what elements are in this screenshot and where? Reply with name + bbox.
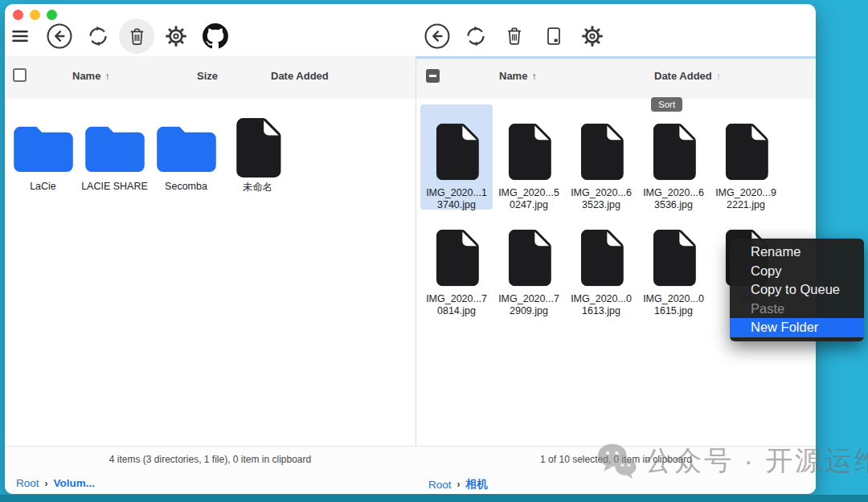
column-size-label: Size — [197, 70, 218, 82]
menu-item-new-folder[interactable]: New Folder — [730, 318, 864, 337]
breadcrumb-right: Root › 相机 — [428, 477, 488, 492]
breadcrumb-current[interactable]: 相机 — [466, 477, 488, 492]
file-icon — [579, 123, 624, 181]
file-icon — [652, 229, 696, 287]
grid-item-file[interactable]: IMG_2020...13740.jpg — [420, 104, 493, 210]
item-label: IMG_2020...5 — [498, 187, 559, 198]
menu-item-paste: Paste — [730, 300, 864, 319]
column-date-added-right[interactable]: Date Added↑ — [654, 70, 721, 82]
device-icon — [542, 25, 565, 47]
breadcrumb-left: Root › Volum... — [16, 477, 95, 489]
list-item-file[interactable]: 未命名 — [222, 115, 293, 208]
chevron-right-icon: › — [457, 479, 461, 490]
grid-item-file[interactable]: IMG_2020...70814.jpg — [420, 210, 493, 316]
left-pane-header: Name↑ Size Date Added — [5, 56, 416, 99]
grid-item-file[interactable]: IMG_2020...50247.jpg — [493, 104, 565, 210]
chevron-right-icon: › — [45, 478, 48, 489]
item-label: 2909.jpg — [510, 305, 548, 316]
settings-button-right[interactable] — [580, 24, 604, 48]
right-pane-header: Name↑ Date Added↑ — [416, 56, 816, 99]
window-controls — [13, 10, 57, 20]
github-button[interactable] — [203, 23, 228, 49]
select-all-checkbox-left[interactable] — [13, 68, 27, 82]
item-label: 2221.jpg — [727, 199, 765, 210]
list-item-folder[interactable]: Secomba — [150, 115, 222, 208]
sort-ascending-icon: ↑ — [104, 70, 110, 82]
breadcrumb-root[interactable]: Root — [16, 477, 39, 489]
select-all-checkbox-right[interactable] — [426, 69, 440, 83]
folder-icon — [157, 124, 216, 172]
minimize-window-button[interactable] — [30, 10, 40, 20]
zoom-window-button[interactable] — [47, 10, 57, 20]
item-label: 0247.jpg — [510, 199, 548, 210]
grid-item-file[interactable]: IMG_2020...63536.jpg — [637, 104, 710, 210]
back-icon — [46, 22, 73, 50]
refresh-icon — [464, 24, 488, 48]
menu-item-rename[interactable]: Rename — [730, 243, 864, 262]
file-icon — [507, 229, 551, 287]
status-text-right: 1 of 10 selected, 0 item in clipboard — [416, 454, 816, 465]
status-text-left: 4 items (3 directories, 1 file), 0 item … — [5, 454, 416, 465]
item-label: IMG_2020...6 — [643, 187, 704, 198]
trash-button-right[interactable] — [503, 25, 526, 47]
back-button-left[interactable] — [46, 22, 73, 50]
item-label: LACIE SHARE — [81, 181, 148, 192]
menu-item-copy[interactable]: Copy — [730, 262, 864, 281]
item-label: LaCie — [30, 181, 56, 192]
column-name-right[interactable]: Name↑ — [499, 70, 537, 82]
file-icon — [435, 123, 479, 181]
status-bar: 4 items (3 directories, 1 file), 0 item … — [5, 446, 816, 494]
breadcrumb-current[interactable]: Volum... — [54, 477, 96, 489]
settings-icon — [164, 24, 188, 48]
item-label: IMG_2020...7 — [498, 293, 559, 304]
sort-ascending-icon: ↑ — [716, 70, 722, 82]
list-item-folder[interactable]: LaCie — [7, 115, 79, 208]
breadcrumb-root[interactable]: Root — [428, 479, 452, 491]
column-size[interactable]: Size — [197, 70, 218, 82]
refresh-icon — [86, 24, 110, 48]
refresh-button-right[interactable] — [464, 24, 488, 48]
item-label: IMG_2020...0 — [571, 293, 632, 304]
column-name-label: Name — [499, 70, 527, 82]
trash-hover-halo — [119, 18, 154, 54]
column-date-label: Date Added — [271, 70, 329, 82]
file-icon — [652, 123, 696, 181]
menu-item-copy-to-queue[interactable]: Copy to Queue — [730, 280, 864, 300]
device-button[interactable] — [542, 25, 565, 47]
menu-icon — [10, 26, 31, 47]
list-item-folder[interactable]: LACIE SHARE — [79, 115, 150, 208]
sort-tooltip: Sort — [651, 97, 682, 112]
item-label: 1615.jpg — [654, 305, 693, 316]
refresh-button-left[interactable] — [86, 24, 110, 48]
grid-item-file[interactable]: IMG_2020...72909.jpg — [493, 210, 565, 316]
grid-item-file[interactable]: IMG_2020...01613.jpg — [565, 210, 637, 316]
item-label: IMG_2020...9 — [715, 187, 776, 198]
desktop-edge — [0, 495, 868, 502]
item-label: 1613.jpg — [582, 305, 620, 316]
file-icon — [507, 123, 551, 181]
grid-item-file[interactable]: IMG_2020...01615.jpg — [637, 210, 710, 316]
github-icon — [203, 23, 228, 49]
file-icon — [435, 229, 479, 287]
item-label: IMG_2020...7 — [426, 293, 487, 304]
column-date-added-left[interactable]: Date Added — [271, 70, 329, 82]
close-window-button[interactable] — [13, 10, 23, 20]
item-label: IMG_2020...1 — [426, 187, 487, 198]
grid-item-file[interactable]: IMG_2020...63523.jpg — [565, 104, 637, 210]
column-name-left[interactable]: Name↑ — [72, 70, 110, 82]
trash-icon — [126, 26, 148, 47]
grid-item-file[interactable]: IMG_2020...92221.jpg — [710, 104, 782, 210]
back-icon — [424, 22, 451, 50]
item-label: 3536.jpg — [654, 199, 693, 210]
settings-button-left[interactable] — [164, 24, 188, 48]
back-button-right[interactable] — [424, 22, 451, 50]
trash-button-left[interactable] — [119, 18, 154, 54]
folder-icon — [85, 124, 145, 172]
item-label: 未命名 — [243, 181, 273, 194]
column-name-label: Name — [72, 70, 100, 82]
trash-icon — [503, 25, 526, 47]
context-menu: Rename Copy Copy to Queue Paste New Fold… — [730, 239, 864, 341]
item-label: IMG_2020...0 — [643, 293, 704, 304]
menu-button[interactable] — [10, 26, 31, 47]
column-date-label: Date Added — [654, 70, 712, 82]
